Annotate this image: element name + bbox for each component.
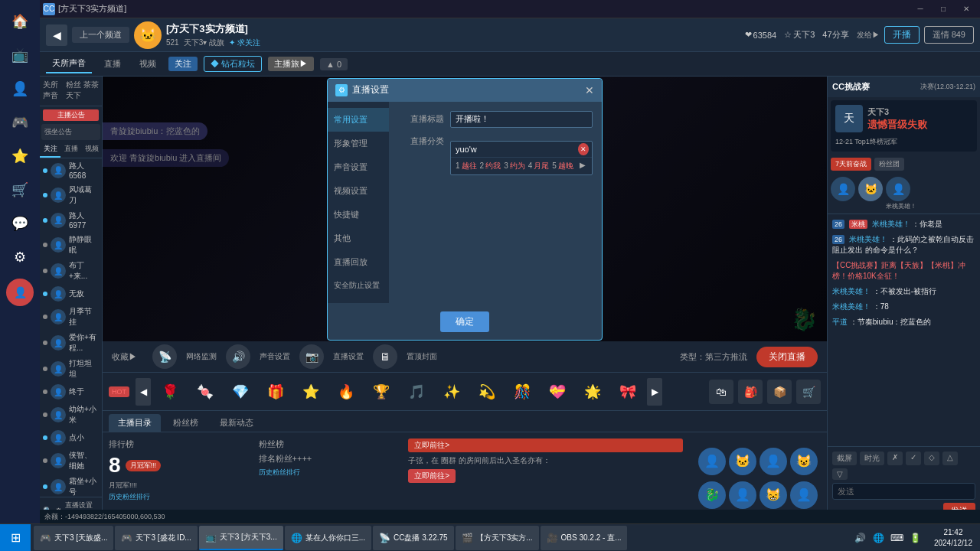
tab-fans-rank[interactable]: 粉丝榜 (164, 414, 207, 432)
subnav-live[interactable]: 直播 (98, 55, 127, 73)
taskbar-item-3[interactable]: 📺 天下3 [方天下3... (199, 526, 283, 550)
screen-btn[interactable]: 🖥 (373, 344, 397, 369)
list-item[interactable]: 👤 爱你+有程... (40, 330, 102, 356)
dialog-close-button[interactable]: ✕ (585, 84, 594, 96)
gift-item[interactable]: 💫 (471, 376, 503, 408)
gift-item[interactable]: ✨ (436, 376, 468, 408)
gift-item[interactable]: 🎊 (506, 376, 538, 408)
up-btn[interactable]: △ (942, 452, 958, 465)
tray-icon-1[interactable]: 🔊 (853, 530, 868, 546)
taskbar-item-7[interactable]: 🎥 OBS 30.2.2 - 直... (541, 526, 628, 550)
list-item[interactable]: 👤 风域葛刀 (40, 182, 102, 208)
sidebar-replay[interactable]: 直播回放 (328, 250, 389, 274)
gift-extra-1[interactable]: 🛍 (709, 380, 733, 404)
network-btn[interactable]: 📡 (152, 344, 177, 369)
list-item[interactable]: 👤 点小 (40, 428, 102, 448)
gift-item[interactable]: 🌹 (154, 376, 186, 408)
close-stream-button[interactable]: 关闭直播 (756, 347, 818, 367)
tab-recent[interactable]: 最新动态 (211, 414, 263, 432)
live-badge[interactable]: 开播 (884, 26, 920, 44)
list-item[interactable]: 👤 终于 (40, 382, 102, 402)
list-item[interactable]: 👤 无敌 (40, 284, 102, 304)
gift-extra-2[interactable]: 🎒 (738, 380, 763, 404)
list-item[interactable]: 👤 侠智、细她 (40, 448, 102, 474)
list-item[interactable]: 👤 路人6568 (40, 158, 102, 182)
taskbar-item-1[interactable]: 🎮 天下3 [天族盛... (34, 526, 113, 550)
sidebar-sound[interactable]: 声音设置 (328, 155, 389, 179)
sidebar-avatar[interactable]: 形象管理 (328, 132, 389, 155)
follow-manage[interactable]: 粉丝 茶茶 天下 (66, 80, 99, 101)
suggestion-1[interactable]: 1越往 (456, 161, 477, 171)
star-icon[interactable]: ⭐ (5, 141, 35, 171)
gift-item[interactable]: 💎 (224, 376, 256, 408)
list-item[interactable]: 👤 幼幼+小米 (40, 402, 102, 428)
gift-item[interactable]: ⭐ (295, 376, 327, 408)
list-item[interactable]: 👤 霜坐+小号 (40, 474, 102, 497)
follow-tag[interactable]: ✦ 求关注 (229, 37, 260, 48)
gift-item[interactable]: 🎁 (260, 376, 292, 408)
subnav-home[interactable]: 天所声音 (46, 54, 92, 73)
x-btn[interactable]: ✗ (887, 452, 903, 465)
tab-live[interactable]: 直播 (60, 142, 81, 158)
title-input[interactable] (450, 111, 593, 128)
goto-button-2[interactable]: 立即前往> (408, 469, 456, 483)
stream-btn[interactable]: 📷 (299, 344, 324, 369)
rank-link[interactable]: 历史粉丝排行 (109, 492, 247, 502)
more-suggestions[interactable]: ▶ (580, 161, 586, 171)
gift-item[interactable]: 🎀 (612, 376, 644, 408)
gift-prev-button[interactable]: ◀ (136, 378, 151, 406)
list-item[interactable]: 👤 打坦坦坦 (40, 356, 102, 382)
msg-icon[interactable]: 💬 (5, 208, 35, 239)
fans-link[interactable]: 历史粉丝排行 (259, 468, 397, 478)
tab-follow[interactable]: 关注 (40, 142, 60, 158)
taskbar-item-2[interactable]: 🎮 天下3 [盛花 ID... (115, 526, 197, 550)
host-button[interactable]: 主播旅▶ (268, 57, 314, 71)
list-item[interactable]: 👤 静静眼眠 (40, 232, 102, 258)
gift-extra-3[interactable]: 📦 (767, 380, 792, 404)
sidebar-other[interactable]: 其他 (328, 227, 389, 250)
back-button[interactable]: ◀ (46, 24, 67, 46)
clear-btn[interactable]: ✕ (578, 143, 589, 155)
shop-icon[interactable]: 🛒 (5, 174, 35, 205)
check-btn[interactable]: ✓ (906, 452, 921, 465)
minimize-button[interactable]: ─ (910, 2, 931, 17)
user-icon[interactable]: 👤 (5, 73, 35, 104)
close-button[interactable]: ✕ (956, 2, 977, 17)
gift-item[interactable]: 🏆 (365, 376, 397, 408)
suggestion-5[interactable]: 5越晚 (552, 161, 573, 171)
gift-item[interactable]: 🌟 (577, 376, 609, 408)
sidebar-hotkey[interactable]: 快捷键 (328, 203, 389, 227)
tab-video[interactable]: 视频 (81, 142, 102, 158)
breadcrumb[interactable]: 上一个频道 (72, 27, 129, 43)
gift-item[interactable]: 🔥 (330, 376, 362, 408)
notice-button[interactable]: 主播公告 (43, 109, 99, 121)
settings-icon[interactable]: ⚙ (5, 242, 35, 272)
gift-item[interactable]: 💝 (541, 376, 573, 408)
avatar-icon[interactable]: 👤 (6, 279, 34, 306)
tray-icon-3[interactable]: ⌨ (890, 530, 905, 546)
suggestion-3[interactable]: 3约为 (504, 161, 525, 171)
taskbar-item-5[interactable]: 📡 CC盘播 3.22.75 (373, 526, 454, 550)
suggestion-2[interactable]: 2约我 (480, 161, 501, 171)
list-item[interactable]: 👤 月季节挂 (40, 304, 102, 330)
down-btn[interactable]: ▽ (832, 468, 848, 480)
list-item[interactable]: 👤 布丁+来... (40, 258, 102, 284)
sidebar-video[interactable]: 视频设置 (328, 179, 389, 203)
tray-icon-2[interactable]: 🌐 (871, 530, 887, 546)
sound-btn[interactable]: 🔊 (226, 344, 250, 369)
live-icon[interactable]: 📺 (5, 40, 35, 70)
autocomplete-input[interactable] (451, 142, 578, 157)
gift-next-button[interactable]: ▶ (647, 378, 662, 406)
tab-host-dir[interactable]: 主播目录 (109, 414, 161, 432)
suggestion-4[interactable]: 4月尾 (528, 161, 550, 171)
diamond-button[interactable]: ◆ 钻石粒坛 (204, 56, 262, 72)
home-icon[interactable]: 🏠 (5, 6, 35, 37)
list-item[interactable]: 👤 路人6977 (40, 208, 102, 232)
sidebar-safety[interactable]: 安全防止设置 (328, 274, 389, 297)
diamond-tool-btn[interactable]: ◇ (924, 452, 939, 465)
time-btn[interactable]: 时光 (860, 452, 884, 465)
confirm-button[interactable]: 确定 (440, 311, 489, 332)
start-button[interactable]: ⊞ (0, 524, 31, 552)
sidebar-general[interactable]: 常用设置 (328, 108, 389, 132)
chat-input[interactable] (832, 483, 975, 500)
